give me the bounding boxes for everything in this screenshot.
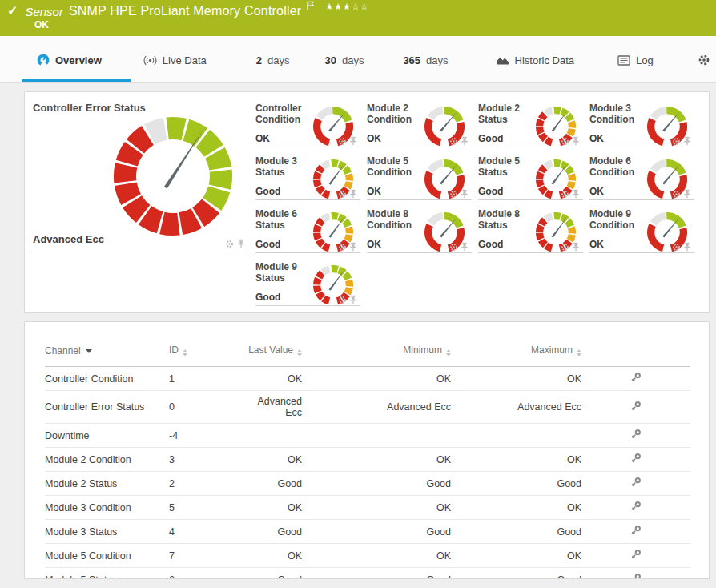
gauge-cell-module-8-condition[interactable]: Module 8 Condition OK (367, 208, 478, 261)
cell-maximum: Good (451, 568, 581, 580)
cell-channel: Module 3 Status (45, 520, 169, 544)
edit-channel-icon[interactable] (630, 401, 642, 412)
cell-maximum: OK (451, 448, 581, 472)
table-row[interactable]: Controller Condition 1 OK OK OK (45, 367, 690, 391)
cell-channel: Controller Condition (45, 367, 169, 391)
table-row[interactable]: Module 2 Status 2 Good Good Good (45, 472, 690, 496)
primary-gauge-cell[interactable]: Controller Error Status Advanced Ecc (25, 92, 255, 312)
gauge-value: OK (589, 186, 604, 197)
edit-channel-icon[interactable] (630, 525, 642, 536)
tab-number: 2 (256, 54, 262, 66)
col-header-channel[interactable]: Channel (45, 338, 169, 367)
pin-icon[interactable] (683, 189, 691, 199)
gauge-cell-module-2-condition[interactable]: Module 2 Condition OK (367, 103, 478, 155)
gauge-cell-module-5-condition[interactable]: Module 5 Condition OK (367, 155, 478, 208)
gauge-cell-module-9-condition[interactable]: Module 9 Condition OK (589, 208, 701, 261)
tab-30-days[interactable]: 30 days (323, 50, 365, 82)
pin-icon[interactable] (349, 189, 357, 199)
gear-icon[interactable] (672, 190, 681, 199)
gauge-cell-module-2-status[interactable]: Module 2 Status Good (478, 103, 589, 155)
tab-365-days[interactable]: 365 days (401, 50, 449, 82)
gear-icon[interactable] (449, 243, 458, 252)
gear-icon[interactable] (338, 243, 347, 252)
pin-icon[interactable] (683, 242, 691, 252)
table-row[interactable]: Module 5 Status 6 Good Good Good (45, 568, 690, 580)
divider (31, 252, 249, 252)
edit-channel-icon[interactable] (630, 549, 642, 560)
col-header-minimum[interactable]: Minimum (302, 338, 451, 367)
gauge-cell-module-3-condition[interactable]: Module 3 Condition OK (589, 103, 701, 155)
gauge-icon (37, 54, 50, 66)
edit-channel-icon[interactable] (630, 453, 642, 464)
pin-icon[interactable] (572, 242, 580, 252)
gauge-cell-controller-condition[interactable]: Controller Condition OK (255, 103, 367, 155)
gauge-cell-module-6-status[interactable]: Module 6 Status Good (255, 208, 367, 261)
pin-icon[interactable] (461, 242, 469, 252)
gear-icon[interactable] (338, 296, 347, 304)
table-row[interactable]: Downtime -4 (45, 424, 690, 448)
gauge-cell-module-6-condition[interactable]: Module 6 Condition OK (589, 155, 701, 208)
cell-minimum: Good (302, 472, 451, 496)
tab-log[interactable]: Log (616, 50, 655, 82)
gear-icon[interactable] (338, 137, 347, 146)
tab-live-data[interactable]: Live Data (142, 50, 208, 82)
gauge-value: OK (367, 186, 381, 197)
cell-last-value: Good (245, 472, 302, 496)
edit-channel-icon[interactable] (630, 573, 642, 579)
gear-icon[interactable] (672, 243, 681, 252)
tab-settings[interactable]: Settings (696, 50, 716, 82)
pin-icon[interactable] (683, 136, 691, 146)
edit-channel-icon[interactable] (630, 477, 642, 488)
cell-id: -4 (169, 424, 245, 448)
edit-channel-icon[interactable] (630, 429, 642, 440)
gear-icon[interactable] (561, 243, 569, 252)
gear-icon[interactable] (449, 190, 458, 199)
gauge-actions (338, 189, 357, 199)
pin-icon[interactable] (349, 295, 357, 304)
table-row[interactable]: Module 2 Condition 3 OK OK OK (45, 448, 690, 472)
gear-icon[interactable] (561, 190, 569, 199)
table-row[interactable]: Controller Error Status 0 Advanced Ecc A… (45, 391, 690, 424)
table-row[interactable]: Module 3 Condition 5 OK OK OK (45, 496, 690, 520)
table-row[interactable]: Module 5 Condition 7 OK OK OK (45, 544, 690, 568)
col-header-id[interactable]: ID (169, 338, 245, 367)
cell-last-value: Good (245, 568, 302, 580)
table-row[interactable]: Module 3 Status 4 Good Good Good (45, 520, 690, 544)
tab-bar: Overview Live Data 2 days 30 days 365 da… (0, 36, 716, 83)
edit-channel-icon[interactable] (630, 372, 642, 383)
pin-icon[interactable] (349, 136, 357, 146)
gauge-cell-module-5-status[interactable]: Module 5 Status Good (478, 155, 589, 208)
gauge-actions (449, 189, 469, 199)
cell-channel: Module 3 Condition (45, 496, 169, 520)
pin-icon[interactable] (349, 242, 357, 252)
pin-icon[interactable] (461, 189, 469, 199)
gauge-cell-module-9-status[interactable]: Module 9 Status Good (255, 261, 367, 314)
gear-icon[interactable] (672, 137, 681, 146)
gear-icon[interactable] (561, 137, 569, 146)
gauge-cell-module-8-status[interactable]: Module 8 Status Good (478, 208, 589, 261)
chart-icon (497, 54, 509, 66)
tab-number: 30 (324, 54, 336, 66)
tab-historic-data[interactable]: Historic Data (495, 50, 576, 82)
col-header-last-value[interactable]: Last Value (245, 338, 302, 367)
priority-stars[interactable]: ★★★☆☆ (325, 2, 368, 12)
pin-icon[interactable] (572, 136, 580, 146)
cell-minimum: Good (302, 568, 451, 580)
gauge-value: Good (255, 239, 280, 250)
cell-maximum: OK (451, 496, 581, 520)
tab-overview[interactable]: Overview (35, 50, 103, 82)
pin-icon[interactable] (572, 189, 580, 199)
gear-icon[interactable] (225, 240, 234, 248)
cell-id: 4 (169, 520, 245, 544)
pin-icon[interactable] (237, 239, 245, 248)
pin-icon[interactable] (461, 136, 469, 146)
gauge-value: Good (478, 186, 503, 197)
edit-channel-icon[interactable] (630, 501, 642, 512)
gear-icon[interactable] (449, 137, 458, 146)
flag-icon[interactable] (307, 1, 314, 10)
gauge-cell-module-3-status[interactable]: Module 3 Status Good (255, 155, 367, 208)
col-header-maximum[interactable]: Maximum (451, 338, 581, 367)
gear-icon[interactable] (338, 190, 347, 199)
cell-channel: Module 5 Condition (45, 544, 169, 568)
tab-2-days[interactable]: 2 days (255, 50, 292, 82)
